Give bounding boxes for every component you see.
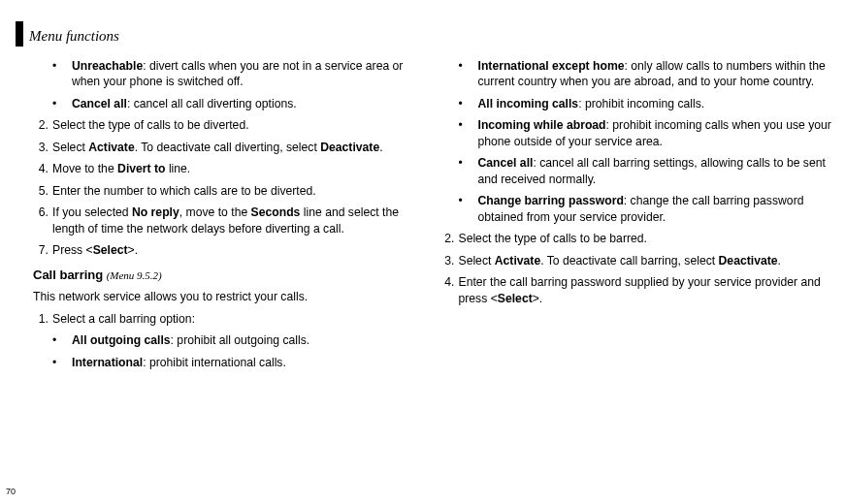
step-text: Select Activate. To deactivate call dive… [52, 140, 430, 155]
step-text: Select Activate. To deactivate call barr… [459, 253, 836, 268]
bullet-text: Unreachable: divert calls when you are n… [72, 58, 430, 90]
bullet-text: All incoming calls: prohibit incoming ca… [478, 96, 705, 111]
bullet-marker: • [50, 58, 72, 90]
step-text: Select the type of calls to be diverted. [52, 117, 430, 133]
bullet-item: •Cancel all: cancel all call barring set… [457, 155, 836, 187]
step-number: 1. [33, 311, 52, 327]
bullet-item: •International: prohibit international c… [50, 355, 430, 370]
bullet-marker: • [457, 193, 478, 225]
step-text: Enter the number to which calls are to b… [52, 183, 430, 199]
left-column: •Unreachable: divert calls when you are … [50, 58, 430, 376]
step-number: 4. [33, 161, 52, 176]
numbered-steps: 2.Select the type of calls to be barred.… [457, 231, 836, 306]
bullet-text: Cancel all: cancel all call barring sett… [478, 155, 836, 187]
bullet-marker: • [457, 117, 478, 149]
bullet-marker: • [457, 96, 478, 111]
header-title: Menu functions [29, 28, 119, 45]
step-text: Select a call barring option: [52, 311, 430, 327]
bullet-marker: • [50, 96, 72, 111]
step-item: 7.Press <Select>. [33, 242, 430, 258]
bullet-item: •All incoming calls: prohibit incoming c… [457, 96, 836, 111]
step-item: 3.Select Activate. To deactivate call ba… [439, 253, 836, 268]
section-title: Call barring [33, 268, 103, 282]
bullet-list: •Unreachable: divert calls when you are … [50, 58, 430, 111]
step-item: 4.Enter the call barring password suppli… [439, 274, 836, 306]
step-item: 2.Select the type of calls to be barred. [439, 231, 836, 246]
section-heading-call-barring: Call barring (Menu 9.5.2) [33, 267, 430, 284]
numbered-steps: 1.Select a call barring option: [50, 311, 430, 327]
step-number: 3. [33, 140, 52, 155]
step-text: Select the type of calls to be barred. [459, 231, 836, 246]
bullet-marker: • [50, 355, 72, 370]
bullet-list: •International except home: only allow c… [457, 58, 836, 225]
step-text: If you selected No reply, move to the Se… [52, 205, 430, 236]
bullet-list: •All outgoing calls: prohibit all outgoi… [50, 332, 430, 370]
bullet-item: •Unreachable: divert calls when you are … [50, 58, 430, 90]
section-menu-path: (Menu 9.5.2) [107, 269, 162, 281]
page-number: 70 [6, 487, 16, 496]
bullet-text: Cancel all: cancel all call diverting op… [72, 96, 297, 111]
step-item: 5.Enter the number to which calls are to… [33, 183, 430, 199]
step-text: Enter the call barring password supplied… [459, 274, 836, 306]
step-item: 3.Select Activate. To deactivate call di… [33, 140, 430, 155]
bullet-item: •International except home: only allow c… [457, 58, 836, 90]
step-text: Move to the Divert to line. [52, 161, 430, 176]
step-number: 5. [33, 183, 52, 199]
bullet-marker: • [457, 155, 478, 187]
step-text: Press <Select>. [52, 242, 430, 258]
step-item: 4.Move to the Divert to line. [33, 161, 430, 176]
bullet-text: International: prohibit international ca… [72, 355, 286, 370]
step-number: 7. [33, 242, 52, 258]
section-intro: This network service allows you to restr… [33, 289, 430, 304]
page-header: Menu functions [0, 21, 845, 47]
bullet-text: All outgoing calls: prohibit all outgoin… [72, 332, 309, 348]
bullet-text: Change barring password: change the call… [478, 193, 836, 225]
bullet-item: •Incoming while abroad: prohibit incomin… [457, 117, 836, 149]
step-number: 6. [33, 205, 52, 236]
step-item: 2.Select the type of calls to be diverte… [33, 117, 430, 133]
step-number: 3. [439, 253, 459, 268]
bullet-item: •Change barring password: change the cal… [457, 193, 836, 225]
bullet-text: Incoming while abroad: prohibit incoming… [478, 117, 836, 149]
numbered-steps: 2.Select the type of calls to be diverte… [50, 117, 430, 258]
header-accent-bar [16, 21, 23, 47]
step-item: 6.If you selected No reply, move to the … [33, 205, 430, 236]
content-columns: •Unreachable: divert calls when you are … [0, 58, 845, 376]
step-item: 1.Select a call barring option: [33, 311, 430, 327]
bullet-marker: • [50, 332, 72, 348]
step-number: 2. [33, 117, 52, 133]
bullet-item: •All outgoing calls: prohibit all outgoi… [50, 332, 430, 348]
bullet-item: •Cancel all: cancel all call diverting o… [50, 96, 430, 111]
bullet-text: International except home: only allow ca… [478, 58, 836, 90]
right-column: •International except home: only allow c… [457, 58, 836, 376]
bullet-marker: • [457, 58, 478, 90]
step-number: 2. [439, 231, 459, 246]
step-number: 4. [439, 274, 459, 306]
